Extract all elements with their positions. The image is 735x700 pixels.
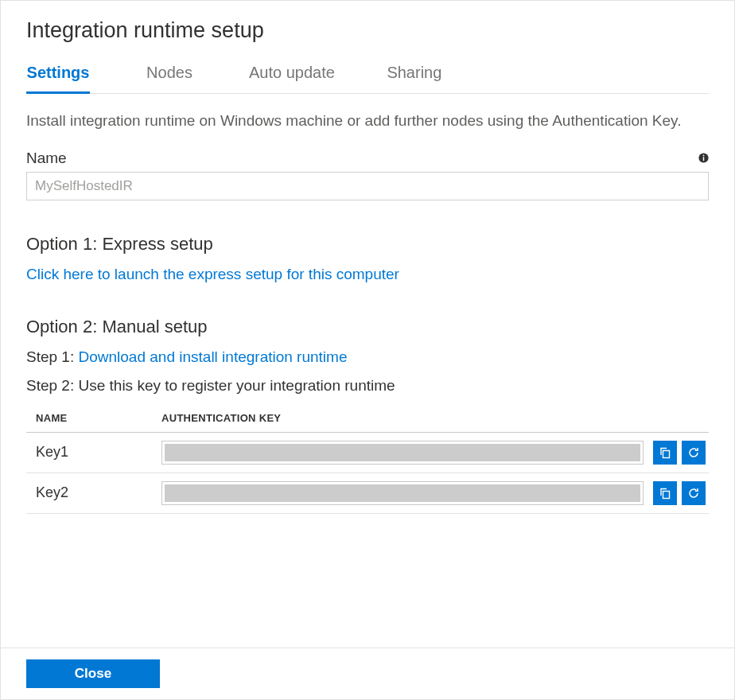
masked-field[interactable] bbox=[161, 441, 644, 465]
svg-rect-3 bbox=[663, 450, 670, 457]
tab-bar: Settings Nodes Auto update Sharing bbox=[26, 64, 709, 94]
key-value-masked bbox=[161, 441, 653, 465]
panel-footer: Close bbox=[1, 648, 734, 699]
svg-rect-1 bbox=[702, 157, 703, 161]
option2-heading: Option 2: Manual setup bbox=[26, 317, 709, 337]
tab-sharing[interactable]: Sharing bbox=[383, 64, 446, 94]
table-header: NAME AUTHENTICATION KEY bbox=[26, 412, 709, 433]
panel-content: Integration runtime setup Settings Nodes… bbox=[1, 1, 734, 648]
step2-text: Step 2: Use this key to register your in… bbox=[26, 377, 709, 395]
integration-runtime-panel: Integration runtime setup Settings Nodes… bbox=[0, 0, 735, 700]
table-row: Key1 bbox=[26, 433, 709, 473]
info-icon[interactable] bbox=[698, 153, 709, 164]
step1-prefix: Step 1: bbox=[26, 348, 79, 365]
tab-auto-update[interactable]: Auto update bbox=[249, 64, 335, 94]
refresh-icon bbox=[687, 446, 700, 459]
page-title: Integration runtime setup bbox=[26, 18, 709, 43]
svg-rect-4 bbox=[663, 491, 670, 498]
col-header-name: NAME bbox=[26, 412, 161, 424]
key-value-masked bbox=[161, 481, 653, 505]
key-actions bbox=[653, 481, 709, 505]
masked-field[interactable] bbox=[161, 481, 644, 505]
copy-key2-button[interactable] bbox=[653, 481, 677, 505]
auth-key-table: NAME AUTHENTICATION KEY Key1 bbox=[26, 412, 709, 514]
tab-settings[interactable]: Settings bbox=[26, 64, 90, 94]
close-button[interactable]: Close bbox=[26, 659, 160, 688]
name-label: Name bbox=[26, 150, 67, 167]
key-name: Key1 bbox=[26, 444, 161, 461]
refresh-key2-button[interactable] bbox=[682, 481, 706, 505]
copy-key1-button[interactable] bbox=[653, 441, 677, 465]
download-ir-link[interactable]: Download and install integration runtime bbox=[79, 348, 348, 365]
description-text: Install integration runtime on Windows m… bbox=[26, 110, 709, 132]
col-header-key: AUTHENTICATION KEY bbox=[161, 412, 709, 424]
step1-row: Step 1: Download and install integration… bbox=[26, 348, 709, 366]
name-field-row: Name bbox=[26, 150, 709, 167]
key-name: Key2 bbox=[26, 484, 161, 501]
name-input[interactable] bbox=[26, 172, 709, 200]
table-row: Key2 bbox=[26, 473, 709, 514]
key-actions bbox=[653, 441, 709, 465]
copy-icon bbox=[659, 446, 671, 459]
option1-heading: Option 1: Express setup bbox=[26, 234, 709, 255]
svg-point-2 bbox=[702, 155, 704, 157]
express-setup-link[interactable]: Click here to launch the express setup f… bbox=[26, 266, 399, 282]
refresh-key1-button[interactable] bbox=[682, 441, 706, 465]
tab-nodes[interactable]: Nodes bbox=[138, 64, 201, 94]
refresh-icon bbox=[687, 487, 700, 500]
copy-icon bbox=[659, 487, 671, 500]
